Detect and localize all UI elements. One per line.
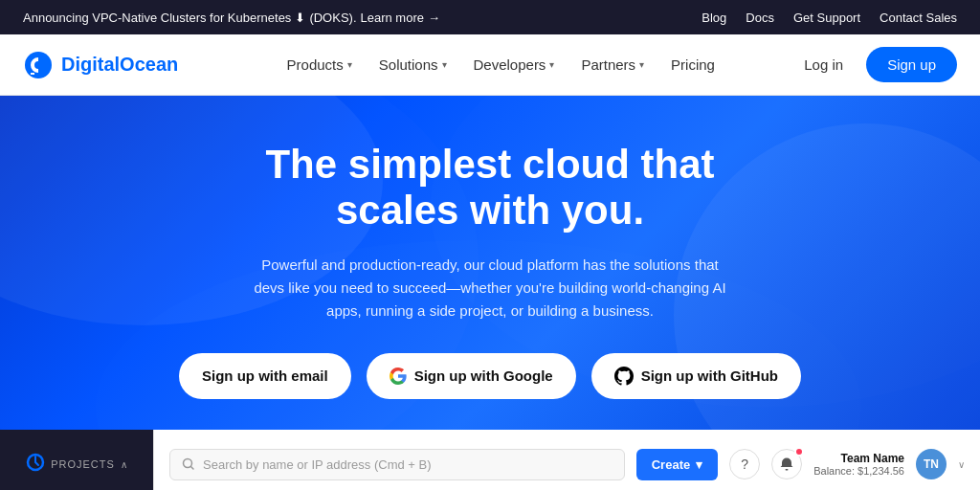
create-button[interactable]: Create ▾ [636, 449, 718, 480]
hero-buttons: Sign up with email Sign up with Google S… [179, 353, 801, 399]
partners-chevron-icon: ▾ [639, 59, 644, 70]
announcement-text: Announcing VPC-Native Clusters for Kuber… [23, 11, 291, 25]
docs-link[interactable]: Docs [746, 11, 774, 25]
notification-badge [794, 447, 804, 457]
help-button[interactable]: ? [729, 449, 760, 479]
projects-icon [26, 453, 45, 477]
team-balance: Balance: $1,234.56 [813, 465, 904, 477]
team-name: Team Name [841, 452, 904, 465]
nav-solutions[interactable]: Solutions ▾ [368, 49, 458, 80]
announcement-icon: ⬇ [295, 11, 305, 25]
search-icon [182, 457, 195, 471]
create-chevron-icon: ▾ [696, 457, 702, 472]
hero-subtitle: Powerful and production-ready, our cloud… [251, 254, 729, 323]
dashboard-main: Search by name or IP address (Cmd + B) C… [153, 430, 980, 490]
signup-button[interactable]: Sign up [866, 47, 957, 82]
products-chevron-icon: ▾ [347, 59, 352, 70]
team-info: Team Name Balance: $1,234.56 [813, 452, 904, 477]
navbar: DigitalOcean Products ▾ Solutions ▾ Deve… [0, 34, 980, 96]
nav-right: Log in Sign up [792, 47, 957, 82]
nav-links: Products ▾ Solutions ▾ Developers ▾ Part… [209, 49, 792, 80]
logo-icon [23, 50, 54, 80]
learn-more-link[interactable]: Learn more [361, 11, 424, 25]
svg-rect-1 [34, 69, 38, 72]
nav-partners[interactable]: Partners ▾ [569, 49, 656, 80]
dashboard-sidebar: PROJECTS ∧ [0, 430, 153, 490]
arrow-icon: → [428, 11, 440, 25]
avatar: TN [916, 449, 947, 479]
announcement-product: (DOKS). [309, 11, 356, 25]
dashboard-preview: PROJECTS ∧ Search by name or IP address … [0, 430, 980, 490]
notifications-button[interactable] [771, 449, 802, 479]
svg-rect-2 [31, 73, 34, 75]
nav-products[interactable]: Products ▾ [276, 49, 364, 80]
logo-text: DigitalOcean [61, 54, 178, 76]
signup-email-button[interactable]: Sign up with email [179, 353, 351, 399]
contact-sales-link[interactable]: Contact Sales [880, 11, 957, 25]
developers-chevron-icon: ▾ [549, 59, 554, 70]
nav-pricing[interactable]: Pricing [659, 49, 726, 80]
google-icon [390, 368, 407, 385]
support-link[interactable]: Get Support [793, 11, 860, 25]
logo[interactable]: DigitalOcean [23, 50, 178, 80]
search-placeholder: Search by name or IP address (Cmd + B) [203, 457, 432, 472]
hero-title: The simplest cloud that scales with you. [222, 142, 758, 234]
announcement-link[interactable]: Announcing VPC-Native Clusters for Kuber… [23, 11, 440, 25]
svg-rect-8 [786, 469, 789, 471]
account-dropdown-caret-icon[interactable]: ∨ [958, 459, 965, 470]
nav-developers[interactable]: Developers ▾ [462, 49, 567, 80]
github-icon [614, 367, 634, 386]
dashboard-right-controls: ? Team Name Balance: $1,234.56 TN ∨ [729, 449, 965, 479]
projects-chevron-icon: ∧ [121, 459, 127, 470]
login-button[interactable]: Log in [792, 49, 855, 80]
solutions-chevron-icon: ▾ [442, 59, 447, 70]
signup-github-button[interactable]: Sign up with GitHub [591, 353, 801, 399]
announcement-bar: Announcing VPC-Native Clusters for Kuber… [0, 0, 980, 34]
signup-google-button[interactable]: Sign up with Google [367, 353, 576, 399]
sidebar-projects-row[interactable]: PROJECTS ∧ [26, 453, 127, 477]
top-nav-links: Blog Docs Get Support Contact Sales [702, 11, 957, 25]
bell-icon [779, 457, 794, 472]
search-bar[interactable]: Search by name or IP address (Cmd + B) [169, 449, 625, 480]
hero-section: The simplest cloud that scales with you.… [0, 96, 980, 430]
blog-link[interactable]: Blog [702, 11, 726, 25]
projects-label: PROJECTS [51, 458, 115, 470]
svg-point-0 [25, 52, 52, 78]
